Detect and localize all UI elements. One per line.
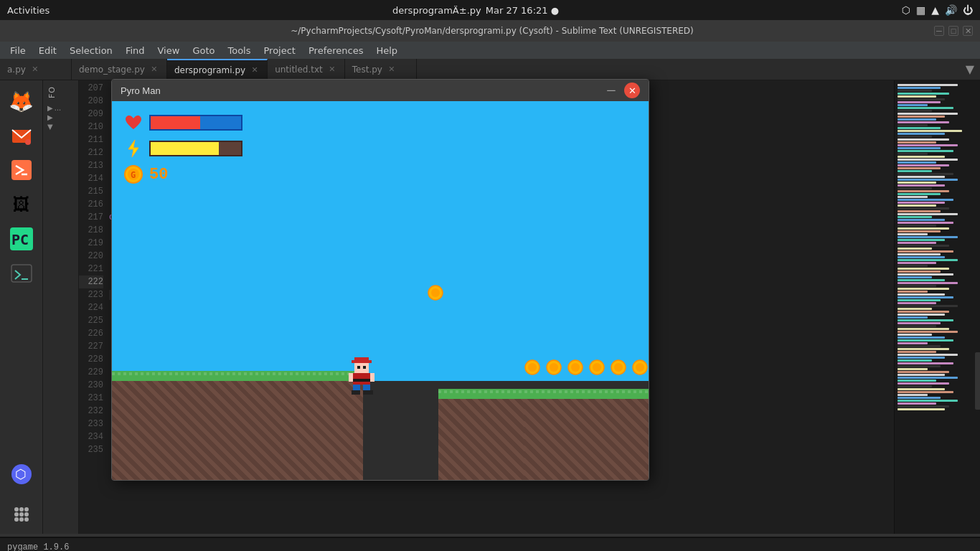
sidebar-discord[interactable]: ⬡ bbox=[6, 459, 37, 489]
sidebar-image-viewer[interactable]: 🖼 bbox=[6, 189, 37, 220]
file-panel-header: FO bbox=[43, 83, 78, 101]
tab-close-test[interactable]: ✕ bbox=[387, 65, 397, 75]
tabs-scroll-right[interactable]: ▼ bbox=[960, 59, 980, 80]
dirt-left bbox=[112, 381, 363, 481]
line-numbers: 207 208 209 210 211 212 213 214 215 216 … bbox=[79, 80, 109, 534]
menu-preferences[interactable]: Preferences bbox=[303, 44, 369, 57]
power-icon[interactable]: ⏻ bbox=[963, 4, 973, 16]
menu-project[interactable]: Project bbox=[258, 44, 301, 57]
datetime-label: Mar 27 16:21 ● bbox=[486, 5, 559, 16]
health-icon bbox=[123, 113, 143, 133]
sidebar-terminal[interactable] bbox=[6, 258, 37, 288]
game-hud: G 50 bbox=[123, 113, 242, 184]
svg-point-14 bbox=[24, 512, 29, 517]
sidebar-pycharm[interactable]: PC bbox=[6, 224, 37, 254]
file-item-2[interactable]: ▼ bbox=[47, 123, 74, 131]
game-minimize-button[interactable]: ─ bbox=[604, 83, 618, 98]
svg-rect-34 bbox=[370, 373, 374, 382]
tab-test-py[interactable]: Test.py ✕ bbox=[345, 59, 417, 80]
tab-untitled[interactable]: untitled.txt ✕ bbox=[268, 59, 345, 80]
grass-top-left bbox=[112, 371, 363, 381]
coin-5 bbox=[611, 359, 626, 375]
svg-point-44 bbox=[593, 363, 601, 372]
sidebar-firefox[interactable]: 🦊 bbox=[6, 86, 37, 116]
menu-find[interactable]: Find bbox=[120, 44, 151, 57]
svg-point-10 bbox=[19, 507, 24, 512]
tab-label: demo_stage.py bbox=[79, 65, 145, 75]
system-bar-left: Activities bbox=[7, 5, 50, 16]
sidebar-sublime[interactable] bbox=[6, 155, 37, 185]
svg-point-40 bbox=[550, 363, 558, 372]
tab-label: dersprogrami.py bbox=[174, 65, 245, 75]
svg-point-15 bbox=[14, 517, 19, 522]
coin-count: 50 bbox=[149, 166, 168, 184]
file-item[interactable]: ▶ bbox=[47, 113, 74, 121]
tab-close-dersprogrami[interactable]: ✕ bbox=[250, 65, 260, 75]
player-character bbox=[349, 357, 372, 392]
close-button[interactable]: ✕ bbox=[963, 26, 973, 36]
tab-close-demo-stage[interactable]: ✕ bbox=[149, 65, 159, 75]
tab-dersprogrami[interactable]: dersprogrami.py ✕ bbox=[167, 59, 268, 80]
menu-edit[interactable]: Edit bbox=[33, 44, 62, 57]
svg-point-13 bbox=[19, 512, 24, 517]
menu-tools[interactable]: Tools bbox=[222, 44, 256, 57]
system-bar-right: ⬡ ▦ ▲ 🔊 ⏻ bbox=[902, 4, 973, 16]
terminal-line-1: pygame 1.9.6 bbox=[7, 542, 973, 551]
coin-icon: G bbox=[123, 164, 143, 184]
menu-help[interactable]: Help bbox=[370, 44, 403, 57]
file-expand-arrow[interactable]: ▶ ... bbox=[47, 104, 74, 112]
coin-6 bbox=[632, 359, 648, 375]
tab-a-py[interactable]: a.py ✕ bbox=[0, 59, 72, 80]
menu-goto[interactable]: Goto bbox=[187, 44, 220, 57]
grass-top-right bbox=[524, 389, 649, 399]
svg-point-42 bbox=[571, 363, 580, 372]
menu-view[interactable]: View bbox=[152, 44, 186, 57]
game-titlebar: Pyro Man ─ ✕ bbox=[112, 80, 649, 101]
tab-close-a-py[interactable]: ✕ bbox=[30, 65, 40, 75]
minimize-button[interactable]: ─ bbox=[934, 26, 944, 36]
system-bar-center: dersprogramÄ±.py Mar 27 16:21 ● bbox=[392, 5, 559, 16]
svg-rect-24 bbox=[354, 363, 369, 373]
tab-label: a.py bbox=[7, 65, 26, 75]
sidebar-mail[interactable] bbox=[6, 121, 37, 151]
tab-label: Test.py bbox=[352, 65, 382, 75]
svg-rect-32 bbox=[363, 390, 373, 395]
volume-icon: 🔊 bbox=[945, 4, 957, 16]
svg-point-36 bbox=[431, 288, 440, 297]
terminal-panel[interactable]: pygame 1.9.6 Hello from the pygame commu… bbox=[0, 537, 980, 551]
svg-point-48 bbox=[636, 363, 644, 372]
activities-label[interactable]: Activities bbox=[7, 5, 50, 16]
svg-point-17 bbox=[24, 517, 29, 522]
menu-selection[interactable]: Selection bbox=[64, 44, 118, 57]
menu-bar: File Edit Selection Find View Goto Tools… bbox=[0, 42, 980, 59]
dirt-right bbox=[524, 399, 649, 481]
svg-point-16 bbox=[19, 517, 24, 522]
tab-demo-stage[interactable]: demo_stage.py ✕ bbox=[72, 59, 167, 80]
svg-rect-23 bbox=[352, 360, 372, 363]
menu-file[interactable]: File bbox=[4, 44, 32, 57]
minimap-content bbox=[895, 80, 980, 534]
svg-point-12 bbox=[14, 512, 19, 517]
sidebar-app-drawer[interactable] bbox=[6, 499, 37, 529]
svg-marker-18 bbox=[128, 140, 138, 157]
svg-rect-26 bbox=[363, 366, 366, 369]
maximize-button[interactable]: □ bbox=[948, 26, 958, 36]
svg-rect-25 bbox=[357, 366, 360, 369]
svg-text:G: G bbox=[131, 170, 136, 180]
svg-text:PC: PC bbox=[11, 231, 29, 248]
system-bar: Activities dersprogramÄ±.py Mar 27 16:21… bbox=[0, 0, 980, 20]
tab-label: untitled.txt bbox=[275, 65, 323, 75]
tab-close-untitled[interactable]: ✕ bbox=[327, 65, 337, 75]
game-window: Pyro Man ─ ✕ bbox=[111, 79, 649, 481]
window-title: ~/PycharmProjects/Cysoft/PyroMan/derspro… bbox=[50, 26, 934, 36]
coin-2 bbox=[546, 359, 562, 375]
minimap-thumb[interactable] bbox=[975, 352, 980, 410]
minimap bbox=[894, 80, 980, 534]
game-close-button[interactable]: ✕ bbox=[624, 83, 640, 98]
grass-top-mid bbox=[438, 389, 524, 399]
wifi-icon: ▲ bbox=[931, 4, 939, 16]
health-bar bbox=[149, 115, 242, 131]
energy-icon bbox=[123, 138, 143, 159]
coin-3 bbox=[567, 359, 583, 375]
energy-row bbox=[123, 138, 242, 159]
